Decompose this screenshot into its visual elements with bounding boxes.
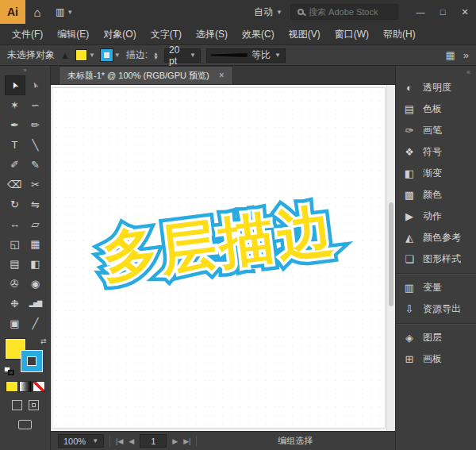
menu-object[interactable]: 对象(O) [96,28,143,41]
curvature-tool[interactable]: ✏ [25,115,46,135]
mesh-tool[interactable]: ▤ [5,254,25,274]
direct-selection-tool[interactable]: ➣ [25,75,46,95]
lasso-tool[interactable]: ∽ [25,95,46,115]
menu-select[interactable]: 选择(S) [189,28,235,41]
stroke-profile-dropdown[interactable]: 等比 ▼ [206,48,286,63]
menu-window[interactable]: 窗口(W) [328,28,376,41]
search-input[interactable] [309,7,391,17]
paintbrush-tool[interactable]: ✐ [5,155,25,175]
toolbar-collapse-icon[interactable]: » [0,66,50,75]
swap-fill-stroke-icon[interactable]: ⇄ [40,337,47,345]
artboard[interactable]: 多层描边 多层描边 多层描边 [52,88,385,428]
app-logo[interactable]: Ai [0,0,25,24]
menu-view[interactable]: 视图(V) [282,28,328,41]
pencil-tool[interactable]: ✎ [25,155,46,175]
panel-color[interactable]: ▩ 颜色 [396,184,476,206]
none-button[interactable] [33,381,45,392]
free-transform-tool[interactable]: ▱ [25,214,46,234]
pencil-tool-icon: ✎ [31,159,40,171]
gradient-button[interactable] [19,381,32,392]
menu-type[interactable]: 文字(T) [144,28,189,41]
blend-tool[interactable]: ◉ [25,274,46,294]
auto-dropdown[interactable]: 自动 ▼ [246,6,290,19]
panel-separator [396,323,476,324]
scissors-tool[interactable]: ✂ [25,175,46,194]
tools-panel: » ➤ ➣ ✶ ∽ ✒ ✏ T ╲ ✐ ✎ ⌫ ✂ ↻ ⇋ ↔ ▱ ◱ ▦ ▤ … [0,66,51,450]
minimize-button[interactable]: — [409,0,432,24]
fill-color-dropdown[interactable]: ▼ [75,49,95,61]
stroke-color-dropdown[interactable]: ▼ [101,49,121,61]
draw-normal-icon[interactable] [12,400,22,410]
stroke-swatch[interactable] [21,351,42,371]
menu-edit[interactable]: 编辑(E) [50,28,96,41]
panel-artboards[interactable]: ⊞ 画板 [396,348,476,370]
menu-file[interactable]: 文件(F) [5,28,50,41]
wordart-object[interactable]: 多层描边 多层描边 多层描边 [98,193,340,295]
menu-effect[interactable]: 效果(C) [235,28,282,41]
line-segment-tool[interactable]: ╲ [25,135,46,155]
width-tool-icon: ↔ [10,218,20,230]
panel-actions[interactable]: ▶ 动作 [396,206,476,227]
default-colors-icon[interactable] [4,367,14,375]
reflect-tool[interactable]: ⇋ [25,194,46,214]
blend-tool-icon: ◉ [31,278,40,290]
stroke-width-stepper[interactable]: ▲▼ [153,52,159,60]
options-grid-icon[interactable]: ▦ [445,49,455,61]
previous-artboard-icon[interactable]: ◀ [129,437,134,445]
artboard-number-field[interactable]: 1 [140,434,167,448]
home-icon[interactable]: ⌂ [25,6,49,19]
perspective-grid-tool[interactable]: ▦ [25,234,46,254]
panel-collapse-icon[interactable]: » [463,49,469,61]
first-artboard-icon[interactable]: |◀ [116,437,123,445]
panel-color-guide[interactable]: ◭ 颜色参考 [396,227,476,248]
column-graph-tool[interactable]: ▂▅▇ [25,294,46,313]
symbol-sprayer-tool[interactable]: ❉ [5,294,25,313]
selection-tool[interactable]: ➤ [5,75,25,95]
eyedropper-tool[interactable]: ✇ [5,274,25,294]
tab-close-icon[interactable]: × [219,70,225,81]
artboard-tool[interactable]: ▣ [5,313,25,333]
panel-swatches[interactable]: ▤ 色板 [396,98,476,120]
panel-label: 色板 [423,102,442,116]
chevron-down-icon: ▼ [92,437,98,444]
selection-tool-icon: ➤ [9,80,21,91]
maximize-button[interactable]: □ [432,0,454,24]
panel-gradient[interactable]: ◧ 渐变 [396,163,476,184]
document-tabbar: 未标题-1* @ 100% (RGB/GPU 预览) × [51,66,395,85]
panel-label: 变量 [423,281,442,294]
workspace-switcher[interactable]: ▥ ▼ [49,6,79,17]
panel-asset-export[interactable]: ⇩ 资源导出 [396,298,476,320]
panel-variables[interactable]: ▥ 变量 [396,277,476,298]
close-button[interactable]: ✕ [454,0,476,24]
magic-wand-tool[interactable]: ✶ [5,95,25,115]
slice-tool[interactable]: ╱ [25,313,46,333]
menu-help[interactable]: 帮助(H) [376,28,423,41]
document-tab[interactable]: 未标题-1* @ 100% (RGB/GPU 预览) × [59,66,233,84]
next-artboard-icon[interactable]: ▶ [172,437,178,445]
rotate-tool[interactable]: ↻ [5,194,25,214]
panel-symbols[interactable]: ❖ 符号 [396,141,476,163]
vertical-scrollbar[interactable] [386,85,395,431]
gradient-tool[interactable]: ◧ [25,254,46,274]
panel-graphic-styles[interactable]: ❏ 图形样式 [396,248,476,270]
panel-layers[interactable]: ◈ 图层 [396,327,476,348]
shape-builder-tool[interactable]: ◱ [5,234,25,254]
pen-tool[interactable]: ✒ [5,115,25,135]
last-artboard-icon[interactable]: ▶| [183,437,190,445]
canvas[interactable]: 多层描边 多层描边 多层描边 [51,85,395,431]
panel-brushes[interactable]: ✑ 画笔 [396,120,476,141]
scrollbar-thumb[interactable] [389,202,393,306]
eraser-tool[interactable]: ⌫ [5,175,25,194]
panel-label: 颜色参考 [423,231,461,244]
dock-collapse-icon[interactable]: « [396,67,476,77]
color-button[interactable] [6,381,18,392]
symbols-icon: ❖ [403,146,416,158]
zoom-dropdown[interactable]: 100% ▼ [58,434,104,448]
draw-inside-icon[interactable] [29,400,39,410]
chevron-down-icon: ▼ [190,52,196,59]
panel-transparency[interactable]: ◐ 透明度 [396,77,476,98]
type-tool[interactable]: T [5,135,25,155]
width-tool[interactable]: ↔ [5,214,25,234]
stroke-width-field[interactable]: 20 pt ▼ [164,48,201,63]
screen-mode-icon[interactable] [18,420,32,429]
